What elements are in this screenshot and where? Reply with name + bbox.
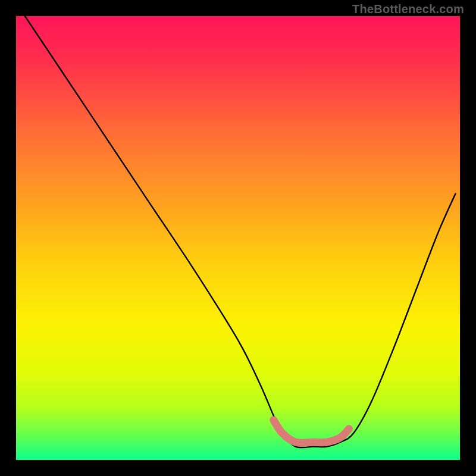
optimal-range-highlight [274,420,349,443]
bottleneck-curve [25,16,456,447]
plot-area [16,16,460,460]
chart-frame: TheBottleneck.com [0,0,476,476]
curve-layer [16,16,460,460]
watermark-label: TheBottleneck.com [352,2,464,16]
